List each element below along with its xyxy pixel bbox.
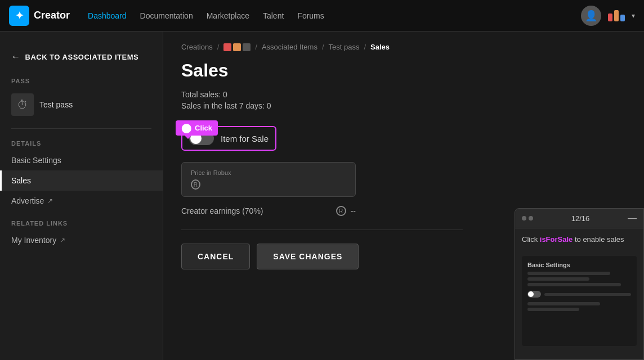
preview-lines-2 [527, 302, 631, 311]
cancel-button[interactable]: CANCEL [181, 244, 250, 269]
toggle-label: Item for Sale [221, 134, 269, 143]
nav-links: Dashboard Documentation Marketplace Tale… [88, 9, 324, 22]
sidebar-item-advertise[interactable]: Advertise ↗ [0, 191, 163, 211]
preview-mini-toggle [527, 291, 541, 298]
robux-icon: R [191, 179, 200, 190]
breadcrumb-sep-1: / [217, 43, 220, 51]
click-tooltip-text: Click [195, 124, 212, 132]
my-inventory-label: My Inventory [11, 236, 56, 245]
breadcrumb-sep-4: / [364, 43, 366, 51]
earnings-robux-icon: R [336, 206, 346, 216]
preview-toggle-row [527, 291, 631, 298]
tooltip-panel-body: Click isForSale to enable sales [515, 228, 643, 250]
back-to-associated-items-button[interactable]: ← BACK TO ASSOCIATED ITEMS [0, 43, 163, 71]
total-sales-label: Total sales: [181, 90, 221, 99]
pass-item[interactable]: ⏱ Test pass [0, 88, 163, 122]
tooltip-panel-preview: Basic Settings [522, 256, 637, 346]
breadcrumb-sep-3: / [322, 43, 324, 51]
page-title: Sales [181, 60, 626, 81]
earnings-value: -- [351, 206, 356, 215]
sidebar-item-label: Basic Settings [11, 156, 61, 165]
total-sales-stat: Total sales: 0 [181, 90, 626, 99]
nav-documentation[interactable]: Documentation [140, 9, 193, 22]
preview-line-3 [527, 283, 621, 286]
tooltip-panel-header: 12/16 — [515, 209, 643, 228]
preview-lines [527, 272, 631, 286]
click-tooltip: ⬤ Click [176, 120, 218, 136]
related-links-label: RELATED LINKS [0, 211, 163, 230]
external-link-icon: ↗ [47, 197, 53, 205]
breadcrumb-creations[interactable]: Creations [181, 43, 213, 51]
nav-right: 👤 ▾ [581, 6, 635, 26]
breadcrumb-icon-grey [243, 43, 251, 51]
sidebar-item-my-inventory[interactable]: My Inventory ↗ [0, 230, 163, 250]
price-input-row: R [191, 179, 346, 190]
nav-forums[interactable]: Forums [297, 9, 324, 22]
external-link-icon: ↗ [60, 236, 65, 244]
logo-icon: ✦ [9, 6, 29, 26]
last7-value: 0 [267, 101, 271, 110]
preview-inner: Basic Settings [522, 256, 637, 317]
pass-thumbnail: ⏱ [11, 93, 34, 116]
breadcrumb: Creations / / Associated Items / Test pa… [163, 32, 644, 60]
save-changes-button[interactable]: SAVE CHANGES [257, 244, 359, 269]
cursor-icon: ⬤ [181, 123, 191, 133]
toggle-highlight-wrapper: Item for Sale [181, 126, 626, 151]
back-arrow-icon: ← [11, 52, 21, 62]
sidebar-item-label: Advertise [11, 196, 44, 205]
price-label: Price in Robux [191, 169, 346, 176]
preview-title: Basic Settings [527, 262, 631, 268]
sidebar-item-basic-settings[interactable]: Basic Settings [0, 150, 163, 170]
panel-dot-2 [529, 216, 533, 220]
toggle-section: ⬤ Click Item for Sale [181, 126, 626, 151]
sidebar-item-sales[interactable]: Sales [0, 170, 163, 191]
stats-row: Total sales: 0 Sales in the last 7 days:… [181, 90, 626, 110]
bar-2 [614, 10, 619, 21]
nav-dashboard[interactable]: Dashboard [88, 9, 127, 22]
tooltip-panel: 12/16 — Click isForSale to enable sales … [515, 208, 644, 360]
panel-close-icon[interactable]: — [628, 213, 637, 223]
bar-3 [620, 15, 625, 21]
breadcrumb-icon-orange [233, 43, 241, 51]
price-input[interactable] [205, 180, 346, 189]
tooltip-message-start: Click [522, 235, 540, 244]
earnings-right: R -- [336, 206, 356, 216]
sidebar: ← BACK TO ASSOCIATED ITEMS PASS ⏱ Test p… [0, 32, 163, 360]
pass-name: Test pass [39, 100, 73, 109]
logo[interactable]: ✦ Creator [9, 6, 70, 26]
avatar[interactable]: 👤 [581, 6, 601, 26]
preview-mini-knob [528, 291, 534, 297]
last7-label: Sales in the last 7 days: [181, 101, 265, 110]
sidebar-item-label: Sales [11, 176, 31, 185]
stats-bars [608, 10, 625, 21]
breadcrumb-icons [223, 43, 251, 51]
breadcrumb-sales: Sales [370, 43, 390, 51]
sidebar-divider [11, 128, 151, 129]
panel-dot-1 [522, 216, 526, 220]
content-divider [181, 230, 463, 230]
panel-dots [522, 216, 533, 220]
preview-line-5 [527, 308, 579, 311]
nav-talent[interactable]: Talent [263, 9, 284, 22]
nav-marketplace[interactable]: Marketplace [207, 9, 249, 22]
pass-section-label: PASS [0, 71, 163, 88]
earnings-label: Creator earnings (70%) [181, 206, 263, 215]
preview-line-1 [527, 272, 610, 275]
price-field: Price in Robux R [181, 162, 356, 197]
preview-line-2 [527, 277, 589, 281]
preview-line-4 [527, 302, 600, 305]
nav-chevron-icon[interactable]: ▾ [632, 12, 635, 20]
logo-text: Creator [34, 10, 70, 21]
breadcrumb-icon-red [223, 43, 231, 51]
total-sales-value: 0 [223, 90, 227, 99]
panel-counter: 12/16 [571, 214, 590, 223]
preview-line-sm [544, 293, 631, 296]
breadcrumb-test-pass[interactable]: Test pass [329, 43, 360, 51]
breadcrumb-sep-2: / [255, 43, 257, 51]
tooltip-is-for-sale: isForSale [540, 235, 573, 244]
details-section-label: DETAILS [0, 136, 163, 150]
breadcrumb-associated-items[interactable]: Associated Items [262, 43, 317, 51]
bar-1 [608, 14, 612, 21]
back-label: BACK TO ASSOCIATED ITEMS [25, 53, 139, 61]
top-navigation: ✦ Creator Dashboard Documentation Market… [0, 0, 644, 32]
